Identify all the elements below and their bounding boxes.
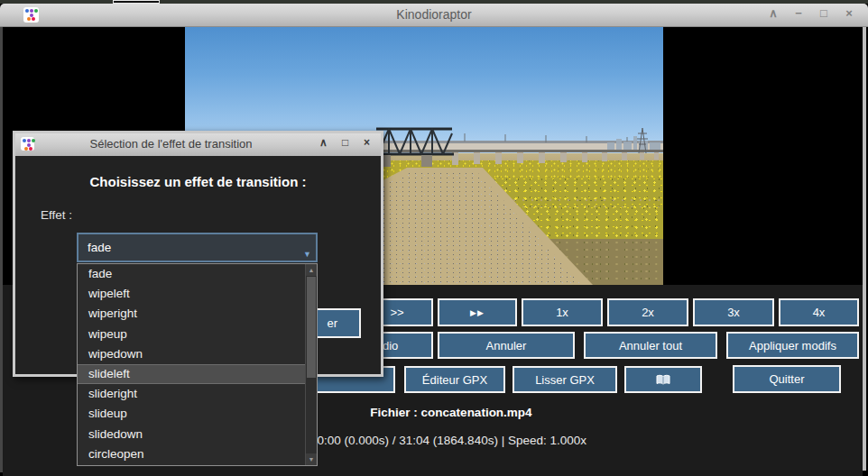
combobox-value: fade — [88, 241, 111, 254]
app-window: Kinodioraptor ∧ − □ × — [0, 0, 868, 476]
apply-edits-button[interactable]: Appliquer modifs — [726, 332, 859, 359]
dialog-shade-icon[interactable]: ∧ — [317, 136, 330, 149]
effect-dropdown-list: fade wipeleft wiperight wipeup wipedown … — [77, 263, 318, 466]
dialog-title: Sélection de l'effet de transition — [15, 137, 327, 151]
dropdown-option[interactable]: wipedown — [78, 344, 317, 364]
file-status: Fichier : concatenation.mp4 — [316, 406, 586, 419]
dropdown-option[interactable]: fade — [78, 264, 317, 284]
shade-icon[interactable]: ∧ — [765, 6, 781, 20]
dialog-close-icon[interactable]: × — [360, 136, 374, 149]
scroll-up-icon[interactable]: ▲ — [306, 264, 317, 276]
undo-all-button[interactable]: Annuler tout — [584, 332, 717, 359]
speed-3x-button[interactable]: 3x — [693, 298, 774, 326]
maximize-icon[interactable]: □ — [816, 6, 832, 20]
main-titlebar: Kinodioraptor ∧ − □ × — [0, 4, 868, 27]
speed-1x-button[interactable]: 1x — [522, 298, 603, 326]
scrollbar-thumb[interactable] — [307, 277, 316, 378]
dropdown-scrollbar[interactable]: ▲ ▼ — [305, 264, 317, 465]
dialog-maximize-icon[interactable]: □ — [338, 136, 352, 149]
dropdown-option[interactable]: wiperight — [78, 304, 317, 324]
window-title: Kinodioraptor — [0, 7, 868, 22]
fast-forward-icon[interactable]: ▶▶ — [438, 298, 517, 326]
gpx-editor-button[interactable]: Éditeur GPX — [404, 366, 505, 393]
quit-button[interactable]: Quitter — [733, 365, 841, 393]
manual-button[interactable] — [624, 366, 702, 393]
time-status: 00:00 (0.000s) / 31:04 (1864.840s) | Spe… — [310, 434, 586, 447]
dropdown-option[interactable]: wipeleft — [78, 284, 317, 304]
dropdown-option[interactable]: slideup — [78, 404, 317, 424]
dropdown-option-selected[interactable]: slideleft — [78, 364, 317, 384]
dropdown-option[interactable]: wipeup — [78, 325, 317, 344]
dropdown-option[interactable]: slidedown — [78, 425, 317, 444]
chevron-down-icon: ▼ — [303, 250, 311, 259]
minimize-icon[interactable]: − — [790, 6, 807, 20]
effect-label: Effet : — [41, 208, 72, 222]
open-book-icon — [656, 374, 670, 386]
speed-4x-button[interactable]: 4x — [779, 298, 859, 326]
dialog-heading: Choisissez un effet de transition : — [15, 174, 381, 189]
close-icon[interactable]: × — [841, 6, 857, 20]
speed-2x-button[interactable]: 2x — [607, 298, 688, 326]
dropdown-option[interactable]: circleopen — [78, 444, 317, 464]
undo-button[interactable]: Annuler — [438, 332, 575, 359]
gpx-smooth-button[interactable]: Lisser GPX — [512, 366, 617, 393]
dropdown-option[interactable]: slideright — [78, 384, 317, 404]
scroll-down-icon[interactable]: ▼ — [306, 453, 317, 465]
dialog-titlebar: Sélection de l'effet de transition ∧ □ × — [15, 133, 381, 156]
window-border-right — [863, 27, 866, 471]
effect-combobox[interactable]: fade ▼ — [77, 233, 318, 262]
